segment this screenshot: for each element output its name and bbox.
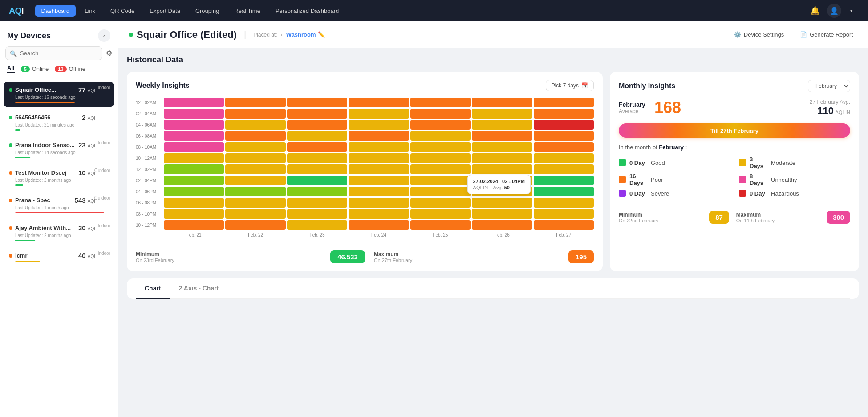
heatmap-cell[interactable] bbox=[164, 220, 224, 230]
heatmap-cell[interactable] bbox=[472, 198, 532, 208]
heatmap-cell[interactable] bbox=[349, 220, 409, 230]
heatmap-cell[interactable] bbox=[225, 153, 285, 163]
heatmap-cell[interactable] bbox=[225, 131, 285, 141]
heatmap-cell[interactable] bbox=[287, 198, 347, 208]
heatmap-cell[interactable] bbox=[287, 98, 347, 107]
heatmap-cell[interactable] bbox=[287, 187, 347, 196]
heatmap-cell[interactable] bbox=[472, 164, 532, 174]
device-item[interactable]: Indoor Ajay Ambient With... 30 AQI Last … bbox=[4, 220, 114, 245]
heatmap-cell[interactable] bbox=[349, 209, 409, 219]
heatmap-cell[interactable] bbox=[225, 209, 285, 219]
heatmap-cell[interactable] bbox=[287, 120, 347, 130]
device-item[interactable]: Indoor Squair Office... 77 AQI Last Upda… bbox=[4, 82, 114, 107]
heatmap-cell[interactable] bbox=[534, 198, 594, 208]
heatmap-cell[interactable] bbox=[164, 164, 224, 174]
heatmap-cell[interactable] bbox=[349, 176, 409, 185]
heatmap-cell[interactable] bbox=[287, 109, 347, 119]
heatmap-cell[interactable] bbox=[164, 98, 224, 107]
heatmap-cell[interactable] bbox=[534, 120, 594, 130]
heatmap-cell[interactable] bbox=[349, 198, 409, 208]
heatmap-cell[interactable] bbox=[472, 98, 532, 107]
filter-button[interactable]: ⚙ bbox=[106, 49, 112, 57]
heatmap-cell[interactable] bbox=[472, 120, 532, 130]
search-input[interactable] bbox=[5, 46, 102, 60]
heatmap-cell[interactable] bbox=[225, 109, 285, 119]
heatmap-cell[interactable] bbox=[287, 142, 347, 152]
heatmap-cell[interactable] bbox=[472, 209, 532, 219]
heatmap-cell[interactable] bbox=[164, 120, 224, 130]
heatmap-cell[interactable] bbox=[287, 164, 347, 174]
heatmap-cell[interactable] bbox=[410, 220, 471, 230]
device-item[interactable]: Outdoor Test Monitor Dscej 10 AQI Last U… bbox=[4, 164, 114, 190]
heatmap-cell[interactable] bbox=[225, 187, 285, 196]
location-name[interactable]: Washroom ✏️ bbox=[286, 31, 325, 38]
heatmap-cell[interactable] bbox=[164, 176, 224, 185]
generate-report-button[interactable]: 📄 Generate Report bbox=[795, 29, 857, 41]
heatmap-cell[interactable] bbox=[164, 187, 224, 196]
heatmap-cell[interactable] bbox=[410, 98, 471, 107]
heatmap-cell[interactable] bbox=[225, 176, 285, 185]
heatmap-cell[interactable] bbox=[349, 187, 409, 196]
heatmap-cell[interactable] bbox=[349, 142, 409, 152]
heatmap-cell[interactable] bbox=[349, 153, 409, 163]
heatmap-cell[interactable] bbox=[534, 131, 594, 141]
heatmap-cell[interactable] bbox=[410, 209, 471, 219]
heatmap-cell[interactable] bbox=[225, 220, 285, 230]
user-menu-toggle[interactable]: ▾ bbox=[844, 5, 859, 16]
sidebar-tab-offline[interactable]: 13 Offline bbox=[55, 65, 85, 72]
heatmap-cell[interactable] bbox=[472, 109, 532, 119]
heatmap-cell[interactable] bbox=[410, 131, 471, 141]
edit-location-icon[interactable]: ✏️ bbox=[318, 31, 325, 38]
heatmap-cell[interactable] bbox=[287, 209, 347, 219]
heatmap-cell[interactable] bbox=[410, 187, 471, 196]
heatmap-cell[interactable] bbox=[349, 131, 409, 141]
device-item[interactable]: Indoor Icmr 40 AQI bbox=[4, 247, 114, 267]
device-item[interactable]: Outdoor Prana - Spec 543 AQI Last Update… bbox=[4, 192, 114, 218]
heatmap-cell[interactable] bbox=[410, 142, 471, 152]
heatmap-cell[interactable] bbox=[534, 98, 594, 107]
tab-chart[interactable]: Chart bbox=[136, 278, 170, 299]
heatmap-cell[interactable] bbox=[225, 98, 285, 107]
device-settings-button[interactable]: ⚙️ Device Settings bbox=[730, 29, 788, 41]
heatmap-cell[interactable] bbox=[534, 220, 594, 230]
heatmap-cell[interactable] bbox=[410, 164, 471, 174]
heatmap-cell[interactable] bbox=[534, 142, 594, 152]
heatmap-cell[interactable] bbox=[164, 198, 224, 208]
heatmap-cell[interactable] bbox=[164, 153, 224, 163]
heatmap-cell[interactable] bbox=[225, 120, 285, 130]
user-avatar[interactable]: 👤 bbox=[827, 4, 841, 18]
nav-dashboard[interactable]: Dashboard bbox=[35, 5, 76, 17]
heatmap-cell[interactable] bbox=[164, 109, 224, 119]
heatmap-cell[interactable] bbox=[164, 142, 224, 152]
pick-7-days-button[interactable]: Pick 7 days 📅 bbox=[546, 80, 594, 91]
device-item[interactable]: 56456456456 2 AQI Last Updated: 21 minut… bbox=[4, 109, 114, 135]
sidebar-tab-online[interactable]: 5 Online bbox=[21, 65, 49, 72]
nav-grouping[interactable]: Grouping bbox=[189, 5, 225, 17]
nav-link[interactable]: Link bbox=[78, 5, 101, 17]
heatmap-cell[interactable] bbox=[410, 120, 471, 130]
heatmap-cell[interactable] bbox=[349, 164, 409, 174]
device-item[interactable]: Indoor Prana Indoor Senso... 23 AQI Last… bbox=[4, 137, 114, 163]
heatmap-cell[interactable] bbox=[349, 98, 409, 107]
nav-real-time[interactable]: Real Time bbox=[228, 5, 267, 17]
heatmap-cell[interactable] bbox=[410, 153, 471, 163]
sidebar-tab-all[interactable]: All bbox=[7, 65, 15, 73]
heatmap-cell[interactable] bbox=[410, 109, 471, 119]
nav-qr-code[interactable]: QR Code bbox=[104, 5, 141, 17]
nav-export-data[interactable]: Export Data bbox=[143, 5, 187, 17]
heatmap-cell[interactable] bbox=[225, 164, 285, 174]
heatmap-cell[interactable] bbox=[287, 220, 347, 230]
heatmap-cell[interactable] bbox=[225, 198, 285, 208]
heatmap-cell[interactable] bbox=[472, 142, 532, 152]
heatmap-cell[interactable] bbox=[349, 120, 409, 130]
heatmap-cell[interactable] bbox=[164, 209, 224, 219]
heatmap-cell[interactable] bbox=[225, 142, 285, 152]
heatmap-cell[interactable]: 27-02-2024 02 - 04PM AQI-IN Avg. 50 bbox=[534, 176, 594, 185]
heatmap-cell[interactable] bbox=[472, 220, 532, 230]
heatmap-cell[interactable] bbox=[534, 209, 594, 219]
nav-personalized-dashboard[interactable]: Personalized Dashboard bbox=[269, 5, 345, 17]
heatmap-cell[interactable] bbox=[287, 153, 347, 163]
heatmap-cell[interactable] bbox=[472, 131, 532, 141]
heatmap-cell[interactable] bbox=[534, 164, 594, 174]
heatmap-cell[interactable] bbox=[410, 176, 471, 185]
